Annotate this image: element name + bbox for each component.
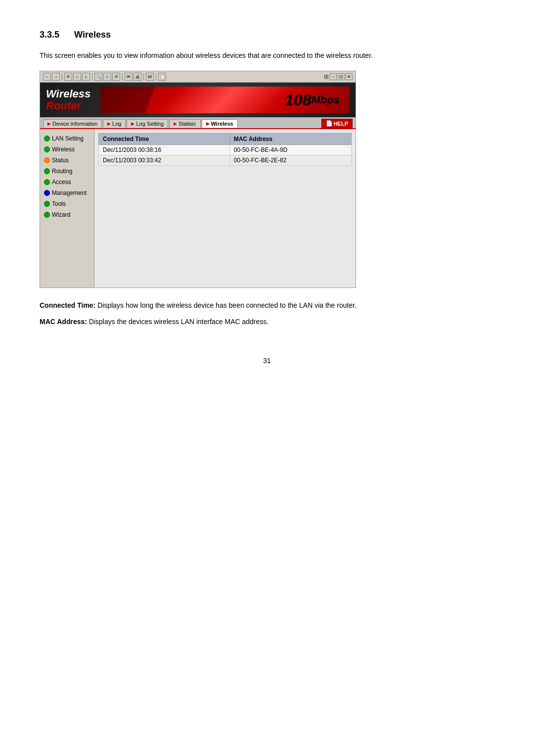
sidebar-item-access[interactable]: Access <box>40 177 94 188</box>
router-ui: Wireless Router 108 Mbps ▶ Device inform… <box>40 83 356 287</box>
tab-device-info[interactable]: ▶ Device information <box>43 119 102 128</box>
separator-1 <box>62 73 62 80</box>
sidebar-item-routing[interactable]: Routing <box>40 166 94 177</box>
arrow-icon-2: ▶ <box>107 121 111 126</box>
separator-3 <box>122 73 123 80</box>
section-description: This screen enables you to view informat… <box>40 50 386 61</box>
logo-wireless: Wireless <box>46 88 90 100</box>
w-button[interactable]: W <box>146 73 154 81</box>
tab-log-setting[interactable]: ▶ Log Setting <box>127 119 168 128</box>
status-icon <box>44 157 50 163</box>
history-button[interactable]: ↺ <box>112 73 120 81</box>
wireless-label: Wireless <box>52 146 75 153</box>
help-icon: 📄 <box>326 120 333 127</box>
mac-address-desc-text: Displays the devices wireless LAN interf… <box>89 318 268 326</box>
browser-toolbar: ← → ✕ ○ ⌂ 🔍 ☆ ↺ ✉ 🖨 W 📋 ⊞ − <box>40 71 356 83</box>
sidebar-item-wizard[interactable]: Wizard <box>40 209 94 220</box>
page-number: 31 <box>40 357 494 365</box>
footer-descriptions: Connected Time: Displays how long the wi… <box>40 300 386 327</box>
main-panel: Connected Time MAC Address Dec/11/2003 0… <box>94 129 356 287</box>
col-header-connected-time: Connected Time <box>99 134 230 145</box>
minimize-button[interactable]: − <box>330 73 337 80</box>
search-button[interactable]: 🔍 <box>94 73 102 81</box>
arrow-icon-3: ▶ <box>131 121 134 126</box>
browser-toolbar-left: ← → ✕ ○ ⌂ 🔍 ☆ ↺ ✉ 🖨 W 📋 <box>43 73 166 81</box>
separator-5 <box>156 73 156 80</box>
lan-setting-icon <box>44 136 50 142</box>
management-label: Management <box>52 189 87 196</box>
routing-icon <box>44 168 50 174</box>
favorites-button[interactable]: ☆ <box>103 73 111 81</box>
row1-mac-address: 00-50-FC-BE-4A-9D <box>229 145 351 155</box>
section-heading: Wireless <box>74 30 111 40</box>
lan-setting-label: LAN Setting <box>52 135 84 142</box>
table-row: Dec/11/2003 00:33:42 00-50-FC-BE-2E-82 <box>99 155 352 166</box>
close-button[interactable]: ✕ <box>346 73 353 80</box>
mail-button[interactable]: ✉ <box>125 73 133 81</box>
sidebar: LAN Setting Wireless Status Routing <box>40 129 94 287</box>
router-header: Wireless Router 108 Mbps <box>40 83 356 117</box>
management-icon <box>44 190 50 196</box>
row2-mac-address: 00-50-FC-BE-2E-82 <box>229 155 351 166</box>
row1-connected-time: Dec/11/2003 00:38:16 <box>99 145 230 155</box>
sidebar-item-status[interactable]: Status <box>40 155 94 166</box>
tools-label: Tools <box>52 200 66 207</box>
sidebar-item-lan-setting[interactable]: LAN Setting <box>40 133 94 144</box>
row2-connected-time: Dec/11/2003 00:33:42 <box>99 155 230 166</box>
routing-label: Routing <box>52 168 72 175</box>
arrow-icon: ▶ <box>47 121 51 126</box>
table-row: Dec/11/2003 00:38:16 00-50-FC-BE-4A-9D <box>99 145 352 155</box>
section-number: 3.3.5 <box>40 30 59 40</box>
sidebar-item-wireless[interactable]: Wireless <box>40 144 94 155</box>
edit-button[interactable]: 📋 <box>158 73 166 81</box>
separator-4 <box>143 73 144 80</box>
access-label: Access <box>52 179 71 186</box>
tab-wireless-label: Wireless <box>211 121 233 127</box>
wizard-icon <box>44 212 50 218</box>
arrow-icon-5: ▶ <box>206 121 210 126</box>
tab-log-label: Log <box>112 121 121 127</box>
connected-time-label: Connected Time: <box>40 301 95 309</box>
wizard-label: Wizard <box>52 211 70 218</box>
mac-address-label: MAC Address: <box>40 318 87 326</box>
back-button[interactable]: ← <box>43 73 51 81</box>
tab-log-setting-label: Log Setting <box>136 121 164 127</box>
speed-value: 108 <box>285 91 311 109</box>
speed-unit: Mbps <box>312 94 340 106</box>
router-nav: ▶ Device information ▶ Log ▶ Log Setting… <box>40 117 356 129</box>
router-logo: Wireless Router <box>46 88 90 112</box>
router-body: LAN Setting Wireless Status Routing <box>40 129 356 287</box>
col-header-mac-address: MAC Address <box>229 134 351 145</box>
separator-2 <box>92 73 92 80</box>
nav-tabs: ▶ Device information ▶ Log ▶ Log Setting… <box>43 119 238 128</box>
home-button[interactable]: ⌂ <box>82 73 90 81</box>
tab-log[interactable]: ▶ Log <box>103 119 126 128</box>
tab-wireless[interactable]: ▶ Wireless <box>202 119 238 128</box>
stop-button[interactable]: ✕ <box>64 73 72 81</box>
mac-address-description: MAC Address: Displays the devices wirele… <box>40 316 386 327</box>
browser-toolbar-right: ⊞ − ⊡ ✕ <box>324 73 353 80</box>
print-button[interactable]: 🖨 <box>134 73 141 81</box>
tab-device-info-label: Device information <box>52 121 97 127</box>
help-label: HELP <box>334 121 348 127</box>
forward-button[interactable]: → <box>52 73 60 81</box>
status-label: Status <box>52 157 69 164</box>
wireless-table: Connected Time MAC Address Dec/11/2003 0… <box>98 133 352 166</box>
page-content: 3.3.5 Wireless This screen enables you t… <box>0 0 534 384</box>
sidebar-item-tools[interactable]: Tools <box>40 198 94 209</box>
refresh-button[interactable]: ○ <box>73 73 81 81</box>
router-banner: 108 Mbps <box>100 87 350 113</box>
section-title: 3.3.5 Wireless <box>40 30 494 40</box>
maximize-button[interactable]: ⊡ <box>338 73 345 80</box>
browser-window: ← → ✕ ○ ⌂ 🔍 ☆ ↺ ✉ 🖨 W 📋 ⊞ − <box>40 71 356 288</box>
logo-router: Router <box>46 100 90 112</box>
tab-statisic-label: Statisic <box>178 121 196 127</box>
sidebar-item-management[interactable]: Management <box>40 188 94 198</box>
wireless-icon <box>44 146 50 152</box>
grid-icon: ⊞ <box>324 73 329 80</box>
arrow-icon-4: ▶ <box>174 121 177 126</box>
connected-time-desc-text: Displays how long the wireless device ha… <box>97 301 356 309</box>
tab-statisic[interactable]: ▶ Statisic <box>169 119 200 128</box>
tools-icon <box>44 201 50 207</box>
help-button[interactable]: 📄 HELP <box>321 119 353 128</box>
